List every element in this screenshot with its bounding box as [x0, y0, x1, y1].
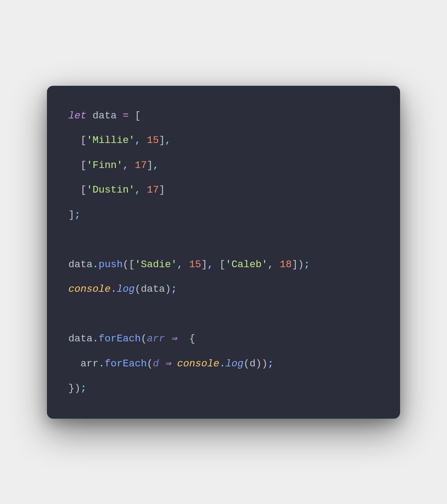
ident-arr: arr: [80, 358, 99, 370]
method-foreach: forEach: [99, 333, 141, 344]
code-line: let data = [: [68, 111, 380, 121]
bracket-close: ]: [159, 134, 165, 146]
semicolon: ;: [268, 358, 274, 370]
indent: [68, 134, 80, 146]
paren-close: ): [261, 358, 268, 370]
semicolon: ;: [80, 382, 87, 394]
semicolon: ;: [75, 209, 81, 221]
paren-open: (: [141, 333, 147, 344]
space: [87, 110, 93, 122]
code-line: ['Millie', 15],: [68, 135, 380, 146]
bracket-open: [: [135, 110, 141, 122]
string-caleb: 'Caleb': [225, 259, 268, 270]
bracket-close: ]: [147, 160, 153, 171]
paren-close: ): [298, 259, 304, 270]
brace-close: }: [68, 382, 75, 394]
bracket-close: ]: [292, 259, 298, 270]
paren-close: ): [165, 283, 171, 295]
bracket-close: ]: [68, 209, 75, 221]
builtin-console: console: [177, 358, 219, 370]
ident-data: data: [68, 259, 93, 270]
dot: .: [219, 358, 226, 370]
dot: .: [111, 283, 117, 295]
comma: ,: [165, 134, 171, 146]
builtin-console: console: [68, 283, 111, 295]
bracket-open: [: [80, 184, 87, 196]
number-18: 18: [280, 259, 292, 270]
param-d: d: [153, 358, 159, 370]
bracket-open: [: [80, 134, 87, 146]
ident-data: data: [141, 283, 165, 295]
number-17: 17: [135, 160, 147, 171]
bracket-close: ]: [201, 259, 207, 270]
string-sadie: 'Sadie': [135, 259, 177, 270]
dot: .: [93, 259, 99, 270]
comma: ,: [135, 134, 147, 146]
comma: ,: [153, 160, 159, 171]
code-line: ];: [68, 210, 380, 220]
comma: ,: [123, 160, 135, 171]
bracket-close: ]: [159, 184, 165, 196]
semicolon: ;: [171, 283, 177, 295]
code-line: arr.forEach(d ⇒ console.log(d));: [68, 359, 380, 369]
comma: ,: [268, 259, 280, 270]
code-line: ['Dustin', 17]: [68, 185, 380, 195]
bracket-open: [: [129, 259, 135, 270]
code-line: ['Finn', 17],: [68, 160, 380, 171]
ident-data: data: [93, 110, 117, 122]
comma: ,: [177, 259, 189, 270]
param-arr: arr: [147, 333, 165, 344]
paren-close: ): [256, 358, 262, 370]
method-push: push: [99, 259, 123, 270]
paren-open: (: [244, 358, 250, 370]
number-17: 17: [147, 184, 159, 196]
method-foreach: forEach: [105, 358, 147, 370]
arrow-icon: ⇒: [159, 358, 177, 370]
arrow-icon: ⇒: [165, 333, 183, 344]
code-line: });: [68, 383, 380, 394]
semicolon: ;: [304, 259, 310, 270]
bracket-open: [: [219, 259, 226, 270]
indent: [68, 358, 80, 370]
dot: .: [99, 358, 105, 370]
method-log: log: [117, 283, 135, 295]
code-line: data.push(['Sadie', 15], ['Caleb', 18]);: [68, 260, 380, 270]
code-line: console.log(data);: [68, 284, 380, 294]
comma: ,: [135, 184, 147, 196]
op-assign: =: [117, 110, 135, 122]
code-line-blank: [68, 309, 380, 319]
keyword-let: let: [68, 110, 87, 122]
string-millie: 'Millie': [87, 134, 135, 146]
code-line: data.forEach(arr ⇒ {: [68, 334, 380, 344]
ident-data: data: [68, 333, 93, 344]
string-dustin: 'Dustin': [87, 184, 135, 196]
paren-open: (: [123, 259, 129, 270]
paren-open: (: [147, 358, 153, 370]
code-panel: let data = [ ['Millie', 15], ['Finn', 17…: [47, 86, 400, 419]
paren-open: (: [135, 283, 141, 295]
indent: [68, 184, 80, 196]
bracket-open: [: [80, 160, 87, 171]
indent: [68, 160, 80, 171]
number-15: 15: [147, 134, 159, 146]
paren-close: ): [75, 382, 81, 394]
brace-open: {: [183, 333, 195, 344]
ident-d: d: [249, 358, 256, 370]
string-finn: 'Finn': [87, 160, 123, 171]
code-line-blank: [68, 235, 380, 245]
method-log: log: [225, 358, 244, 370]
comma: ,: [207, 259, 219, 270]
dot: .: [93, 333, 99, 344]
number-15: 15: [189, 259, 201, 270]
